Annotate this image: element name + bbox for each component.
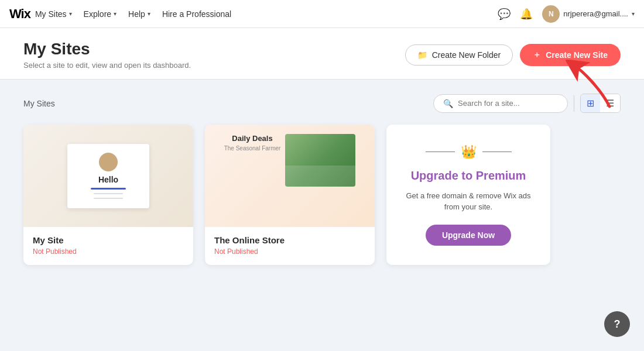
list-view-button[interactable]: ☰ [600, 94, 620, 112]
header-actions: 📁 Create New Folder ＋ Create New Site [405, 44, 621, 66]
site1-info: My Site Not Published [23, 227, 193, 265]
site2-subtitle: The Seasonal Farmer [224, 145, 281, 152]
upgrade-line-left [426, 152, 455, 153]
nav-hire[interactable]: Hire a Professional [162, 9, 231, 19]
site2-plant-image [285, 134, 355, 187]
create-site-label: Create New Site [546, 50, 608, 60]
header-text: My Sites Select a site to edit, view and… [23, 40, 191, 70]
avatar: N [542, 5, 560, 23]
search-icon: 🔍 [443, 99, 453, 108]
crown-icon: 👑 [461, 144, 477, 160]
nav-my-sites-label: My Sites [35, 9, 67, 19]
create-folder-label: Create New Folder [432, 50, 501, 60]
site1-preview-inner: Hello [67, 144, 149, 208]
upgrade-line-right [482, 152, 512, 153]
site-thumbnail-1: Hello [23, 125, 193, 227]
list-icon: ☰ [606, 98, 614, 108]
site1-status: Not Published [33, 247, 184, 256]
nav-explore-label: Explore [84, 9, 111, 19]
messages-icon-button[interactable]: 💬 [498, 8, 511, 20]
site-card-1[interactable]: Hello My Site Not Published [23, 125, 193, 265]
nav-help[interactable]: Help ▾ [128, 9, 150, 19]
my-sites-chevron-icon: ▾ [69, 11, 72, 17]
site1-name: My Site [33, 235, 184, 245]
help-button[interactable]: ? [604, 311, 630, 337]
upgrade-now-button[interactable]: Upgrade Now [426, 225, 511, 246]
toolbar-divider [574, 95, 574, 112]
upgrade-crown-row: 👑 [426, 144, 512, 160]
site2-store-header: Daily Deals The Seasonal Farmer [224, 134, 281, 152]
create-folder-button[interactable]: 📁 Create New Folder [405, 44, 513, 66]
site1-hello: Hello [98, 175, 118, 184]
plus-icon: ＋ [533, 50, 541, 60]
grid-view-button[interactable]: ⊞ [581, 94, 600, 112]
user-chevron-icon: ▾ [632, 11, 635, 17]
help-chevron-icon: ▾ [148, 11, 150, 17]
view-toggle: ⊞ ☰ [580, 94, 621, 113]
upgrade-title: Upgrade to Premium [411, 168, 526, 183]
site-thumbnail-2: Daily Deals The Seasonal Farmer [205, 125, 375, 227]
nav-hire-label: Hire a Professional [162, 9, 231, 19]
content-toolbar: My Sites 🔍 ⊞ ☰ [23, 94, 621, 113]
grid-icon: ⊞ [587, 98, 594, 108]
user-email: nrjperera@gmail.... [563, 9, 628, 18]
breadcrumb: My Sites [23, 99, 55, 108]
nav-my-sites[interactable]: My Sites ▾ [35, 9, 72, 19]
site2-plant-overlay [285, 166, 355, 187]
page-title: My Sites [23, 40, 191, 58]
content-area: My Sites 🔍 ⊞ ☰ [0, 80, 644, 279]
toolbar-right: 🔍 ⊞ ☰ [433, 94, 621, 113]
upgrade-card: 👑 Upgrade to Premium Get a free domain &… [386, 125, 550, 265]
site2-preview: Daily Deals The Seasonal Farmer [205, 125, 375, 227]
site1-line3 [94, 198, 123, 199]
nav-right: 💬 🔔 N nrjperera@gmail.... ▾ [498, 5, 635, 23]
site1-line1 [91, 188, 126, 190]
explore-chevron-icon: ▾ [114, 11, 117, 17]
folder-icon: 📁 [417, 50, 427, 60]
search-box[interactable]: 🔍 [433, 94, 568, 113]
nav-explore[interactable]: Explore ▾ [84, 9, 117, 19]
site2-daily: Daily Deals [232, 134, 272, 143]
create-site-button[interactable]: ＋ Create New Site [520, 44, 621, 66]
site2-status: Not Published [214, 247, 365, 256]
site2-info: The Online Store Not Published [205, 227, 375, 265]
site1-avatar [99, 153, 118, 171]
upgrade-description: Get a free domain & remove Wix ads from … [403, 190, 534, 213]
search-input[interactable] [458, 99, 558, 108]
notifications-icon-button[interactable]: 🔔 [520, 8, 533, 20]
site1-preview: Hello [23, 125, 193, 227]
page-subtitle: Select a site to edit, view and open its… [23, 61, 191, 70]
wix-logo: Wix [9, 6, 30, 22]
site1-line2 [94, 193, 123, 194]
sites-grid: Hello My Site Not Published Daily Deals [23, 125, 621, 265]
navbar: Wix My Sites ▾ Explore ▾ Help ▾ Hire a P… [0, 0, 644, 28]
nav-help-label: Help [128, 9, 145, 19]
site-card-2[interactable]: Daily Deals The Seasonal Farmer The Onli… [205, 125, 375, 265]
page-header: My Sites Select a site to edit, view and… [0, 28, 644, 80]
site2-name: The Online Store [214, 235, 365, 245]
user-avatar-menu[interactable]: N nrjperera@gmail.... ▾ [542, 5, 635, 23]
